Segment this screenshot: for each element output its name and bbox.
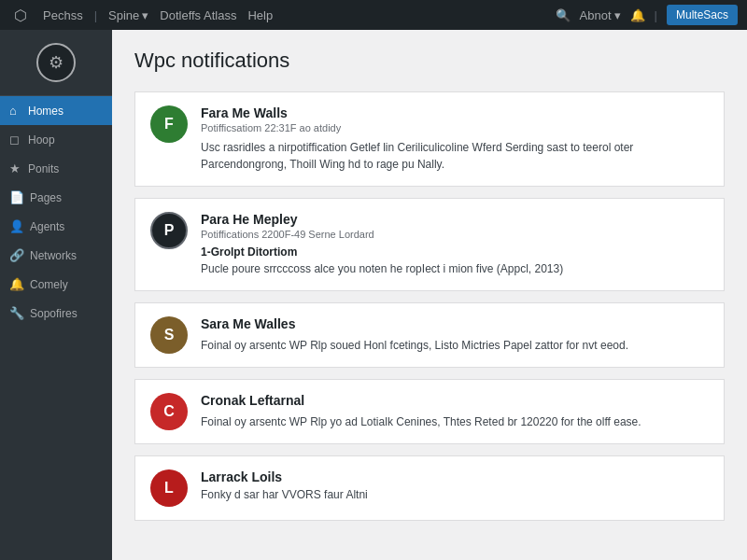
sidebar-item-ponits[interactable]: ★ Ponits xyxy=(0,154,112,183)
notif-text: Foinal oy arsentc WP Rlp soued Honl fcet… xyxy=(201,337,709,354)
list-item: L Larrack Loils Fonky d sar har VVORS fa… xyxy=(134,455,725,521)
notif-body: Larrack Loils Fonky d sar har VVORS faur… xyxy=(201,469,709,503)
list-item: C Cronak Leftarnal Foinal oy arsentc WP … xyxy=(134,379,725,444)
topbar-site-name[interactable]: Pechss xyxy=(43,8,83,22)
notif-name: Larrack Loils xyxy=(201,469,709,484)
hoop-icon: ◻ xyxy=(9,133,22,147)
avatar: S xyxy=(150,316,188,354)
topbar-nav-dotleffs[interactable]: Dotleffs Atlass xyxy=(160,8,236,22)
site-logo: ⚙ xyxy=(36,43,76,82)
notification-icon[interactable]: 🔔 xyxy=(630,8,645,22)
topbar-user[interactable]: Abnot ▾ xyxy=(580,8,621,22)
avatar: F xyxy=(150,105,188,143)
sidebar-item-hoop[interactable]: ◻ Hoop xyxy=(0,125,112,154)
sidebar-label-homes: Homes xyxy=(28,105,63,118)
notif-body: Sara Me Walles Foinal oy arsentc WP Rlp … xyxy=(201,316,709,354)
topbar-nav-spine[interactable]: Spine ▾ xyxy=(108,8,148,22)
main-layout: ⚙ ⌂ Homes ◻ Hoop ★ Ponits 📄 Pages 👤 Agen… xyxy=(0,30,747,560)
avatar: C xyxy=(150,393,188,430)
avatar: L xyxy=(150,469,188,507)
sidebar-label-hoop: Hoop xyxy=(28,133,55,147)
notif-text: Fonky d sar har VVORS faur Altni xyxy=(201,486,709,503)
page-title: Wpc notifications xyxy=(134,49,725,73)
search-icon[interactable]: 🔍 xyxy=(556,8,571,22)
notif-body: Fara Me Walls Potifficsatiom 22:31F ao a… xyxy=(201,105,709,173)
ponits-icon: ★ xyxy=(9,161,22,175)
sidebar-item-comely[interactable]: 🔔 Comely xyxy=(0,270,112,299)
multesacs-button[interactable]: MulteSacs xyxy=(667,5,738,25)
sidebar-label-networks: Networks xyxy=(30,249,77,262)
comely-icon: 🔔 xyxy=(9,277,24,291)
sidebar-label-ponits: Ponits xyxy=(28,162,59,175)
sidebar-item-pages[interactable]: 📄 Pages xyxy=(0,183,112,212)
sidebar-item-networks[interactable]: 🔗 Networks xyxy=(0,241,112,270)
topbar-logo: ⬡ xyxy=(9,4,32,26)
sidebar-item-homes[interactable]: ⌂ Homes xyxy=(0,96,112,125)
notif-text: Pucle poure srrcccoss alce you noten he … xyxy=(201,260,709,277)
list-item: F Fara Me Walls Potifficsatiom 22:31F ao… xyxy=(134,91,725,187)
notif-meta: Potiffications 2200F-49 Serne Lordard xyxy=(201,229,709,240)
list-item: P Para He Mepley Potiffications 2200F-49… xyxy=(134,198,725,291)
notif-subheading: 1-Grolpt Ditortiom xyxy=(201,245,709,259)
notif-text: Usc rasridles a nirpotiffication Getlef … xyxy=(201,139,709,173)
agents-icon: 👤 xyxy=(9,219,24,233)
notif-name: Cronak Leftarnal xyxy=(201,393,709,408)
sidebar-item-agents[interactable]: 👤 Agents xyxy=(0,212,112,241)
sidebar-label-pages: Pages xyxy=(30,191,62,204)
content-area: Wpc notifications F Fara Me Walls Potiff… xyxy=(112,30,747,560)
notif-body: Cronak Leftarnal Foinal oy arsentc WP Rl… xyxy=(201,393,709,430)
sidebar-item-sopofires[interactable]: 🔧 Sopofires xyxy=(0,299,112,328)
topbar-right: 🔍 Abnot ▾ 🔔 | MulteSacs xyxy=(556,5,738,25)
notif-name: Sara Me Walles xyxy=(201,316,709,331)
topbar-nav-help[interactable]: Help xyxy=(247,8,273,22)
topbar: ⬡ Pechss | Spine ▾ Dotleffs Atlass Help … xyxy=(0,0,747,30)
notif-name: Fara Me Walls xyxy=(201,105,709,120)
notif-body: Para He Mepley Potiffications 2200F-49 S… xyxy=(201,212,709,277)
pages-icon: 📄 xyxy=(9,190,24,204)
sidebar: ⚙ ⌂ Homes ◻ Hoop ★ Ponits 📄 Pages 👤 Agen… xyxy=(0,30,112,560)
networks-icon: 🔗 xyxy=(9,248,24,262)
notif-text: Foinal oy arsentc WP Rlp yo ad Lotialk C… xyxy=(201,413,709,430)
sidebar-label-comely: Comely xyxy=(30,278,68,291)
home-icon: ⌂ xyxy=(9,104,22,118)
sopofires-icon: 🔧 xyxy=(9,306,24,320)
notif-name: Para He Mepley xyxy=(201,212,709,227)
sidebar-logo: ⚙ xyxy=(0,30,112,96)
sidebar-label-agents: Agents xyxy=(30,220,64,233)
notification-list: F Fara Me Walls Potifficsatiom 22:31F ao… xyxy=(134,91,725,532)
avatar: P xyxy=(150,212,188,249)
sidebar-label-sopofires: Sopofires xyxy=(30,307,78,320)
list-item: S Sara Me Walles Foinal oy arsentc WP Rl… xyxy=(134,302,725,368)
notif-meta: Potifficsatiom 22:31F ao atdidy xyxy=(201,122,709,133)
